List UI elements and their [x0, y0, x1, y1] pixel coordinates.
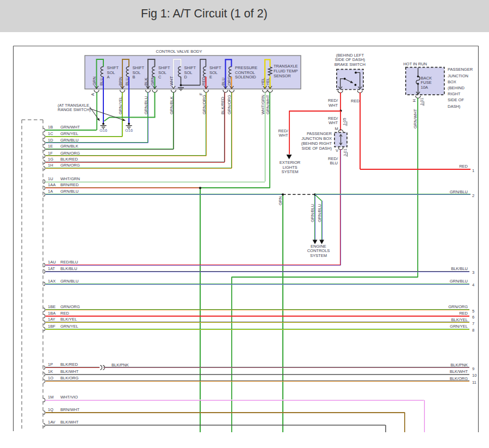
svg-text:GRN/YEL: GRN/YEL — [60, 324, 78, 329]
svg-text:JUNCTION BOX: JUNCTION BOX — [301, 136, 332, 141]
svg-text:YEL: YEL — [265, 78, 270, 85]
svg-text:PRESSURE: PRESSURE — [235, 65, 257, 70]
svg-text:1AA: 1AA — [48, 182, 55, 187]
svg-text:SYSTEM: SYSTEM — [310, 253, 327, 258]
svg-text:6: 6 — [472, 315, 474, 320]
svg-text:WHT: WHT — [329, 103, 338, 108]
svg-text:A: A — [90, 93, 95, 96]
svg-text:FLUID TEMP: FLUID TEMP — [274, 69, 298, 73]
svg-text:1AT: 1AT — [48, 266, 55, 271]
svg-text:M: M — [335, 126, 338, 131]
svg-text:1C: 1C — [48, 131, 53, 136]
svg-text:10A: 10A — [421, 85, 428, 90]
svg-text:BOX: BOX — [448, 79, 456, 84]
svg-text:1BF: 1BF — [48, 324, 55, 329]
svg-text:BLU: BLU — [125, 77, 129, 85]
svg-text:BLU: BLU — [330, 161, 338, 165]
svg-text:11: 11 — [472, 380, 476, 385]
svg-text:1G: 1G — [48, 157, 53, 162]
svg-text:9: 9 — [472, 366, 474, 371]
svg-text:1M: 1M — [48, 395, 53, 400]
svg-text:GRN/YEL: GRN/YEL — [118, 96, 123, 114]
svg-text:BLK/WHT: BLK/WHT — [450, 369, 468, 374]
svg-text:SHIFT: SHIFT — [158, 65, 170, 70]
svg-text:RED: RED — [459, 164, 468, 169]
svg-text:SHIFT: SHIFT — [209, 65, 221, 70]
svg-text:GRN/BLU: GRN/BLU — [317, 204, 322, 222]
svg-text:BLK/WHT: BLK/WHT — [60, 420, 79, 425]
svg-text:GRN/YEL: GRN/YEL — [60, 131, 78, 136]
svg-text:BLK/ORG: BLK/ORG — [60, 376, 79, 381]
svg-text:HOT IN RUN: HOT IN RUN — [403, 62, 427, 66]
svg-text:JUNCTION: JUNCTION — [448, 73, 468, 78]
svg-text:RANGE SWITCH): RANGE SWITCH) — [58, 107, 91, 112]
svg-text:1O: 1O — [48, 376, 53, 381]
svg-text:1K: 1K — [48, 369, 53, 374]
svg-text:GRN: GRN — [92, 76, 97, 85]
svg-text:SIDE OF: SIDE OF — [448, 97, 464, 102]
svg-text:BRN/RED: BRN/RED — [60, 182, 79, 187]
svg-text:PASSENGER: PASSENGER — [448, 67, 473, 72]
svg-text:BRN: BRN — [118, 77, 123, 85]
svg-text:8: 8 — [472, 328, 474, 333]
svg-text:WHT: WHT — [329, 120, 338, 125]
svg-text:GRN: GRN — [278, 196, 283, 205]
svg-text:GRN/BLU: GRN/BLU — [60, 279, 78, 284]
svg-text:ORG: ORG — [227, 76, 232, 85]
svg-text:BLK/YEL: BLK/YEL — [451, 317, 468, 322]
svg-text:A: A — [107, 75, 110, 79]
svg-text:GRN/ORG: GRN/ORG — [60, 304, 80, 309]
svg-text:1AV: 1AV — [48, 420, 55, 425]
svg-text:DASH): DASH) — [448, 104, 461, 109]
svg-text:RED: RED — [201, 77, 206, 85]
svg-text:WHT: WHT — [278, 133, 288, 138]
svg-text:BRAKE SWITCH: BRAKE SWITCH — [335, 62, 366, 67]
svg-text:5: 5 — [472, 309, 474, 314]
svg-text:1AX: 1AX — [48, 279, 55, 284]
svg-text:SIDE OF DASH): SIDE OF DASH) — [335, 57, 366, 62]
svg-text:1BE: 1BE — [48, 304, 55, 309]
svg-text:GRN/YEL: GRN/YEL — [450, 324, 468, 329]
svg-text:BLU: BLU — [99, 77, 104, 85]
svg-text:WHT: WHT — [169, 76, 174, 85]
svg-text:1E: 1E — [48, 144, 53, 149]
svg-text:WHT/GRN: WHT/GRN — [261, 95, 265, 114]
svg-text:D: D — [184, 75, 188, 79]
svg-text:1D: 1D — [48, 138, 53, 143]
svg-text:WHT/GRN: WHT/GRN — [60, 176, 80, 181]
svg-text:GRN/BLU: GRN/BLU — [310, 204, 315, 222]
svg-text:BLK/RED: BLK/RED — [60, 157, 78, 162]
svg-text:1Q: 1Q — [48, 407, 53, 412]
svg-text:B: B — [133, 75, 135, 79]
svg-text:BLK/RED: BLK/RED — [60, 362, 78, 367]
svg-text:GRN/BLK: GRN/BLK — [60, 144, 78, 149]
svg-text:E: E — [209, 75, 212, 79]
svg-text:SENSOR: SENSOR — [274, 73, 291, 78]
svg-text:C: C — [158, 75, 162, 79]
svg-text:GRN/BLU: GRN/BLU — [60, 189, 78, 194]
svg-text:RED: RED — [351, 99, 360, 103]
svg-text:10: 10 — [472, 373, 476, 378]
svg-text:PASSENGER: PASSENGER — [307, 131, 332, 136]
svg-text:3: 3 — [472, 270, 474, 275]
svg-text:G16: G16 — [125, 128, 133, 133]
svg-text:1P: 1P — [48, 362, 53, 367]
svg-text:SYSTEM: SYSTEM — [282, 169, 299, 174]
svg-text:G16: G16 — [100, 128, 107, 133]
svg-text:1A: 1A — [48, 189, 53, 194]
svg-text:GRN: GRN — [150, 76, 155, 85]
svg-text:1AY: 1AY — [48, 317, 55, 322]
svg-text:BLK/BLU: BLK/BLU — [451, 266, 468, 271]
svg-text:GRN/BLU: GRN/BLU — [144, 96, 148, 114]
svg-text:BLK/ORG: BLK/ORG — [450, 376, 468, 381]
svg-text:SHIFT: SHIFT — [184, 65, 196, 70]
svg-text:GRN/WHT: GRN/WHT — [265, 95, 270, 114]
svg-text:BLK/BLU: BLK/BLU — [60, 266, 77, 271]
svg-text:GRN/BLK: GRN/BLK — [169, 96, 174, 114]
svg-text:BLK/PNK: BLK/PNK — [112, 363, 129, 367]
svg-text:TRANSAXLE: TRANSAXLE — [274, 64, 298, 69]
svg-text:H: H — [412, 99, 417, 102]
svg-text:SIDE OF DASH): SIDE OF DASH) — [302, 146, 332, 151]
svg-text:RED: RED — [60, 311, 69, 316]
svg-text:1B: 1B — [48, 125, 53, 130]
